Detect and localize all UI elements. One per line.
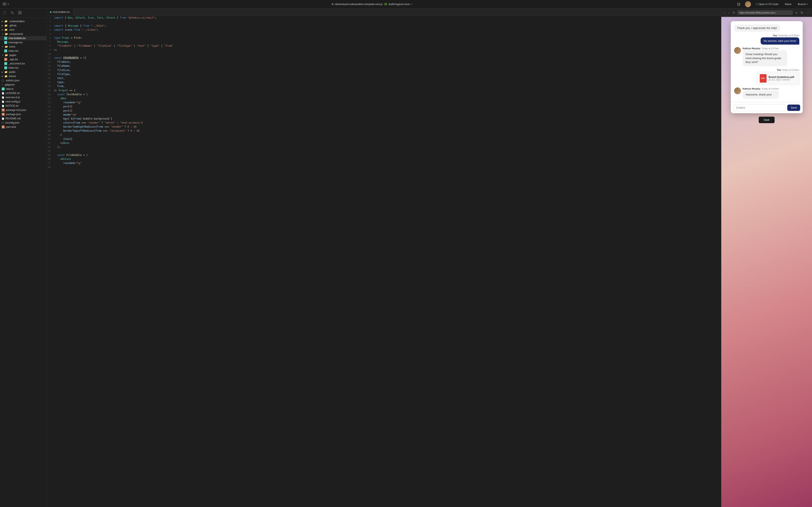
message-2: You Yesterday at 8:59am No worries, take… <box>734 34 799 45</box>
file-icon: { } <box>2 121 4 124</box>
folder-arrow: ▶ <box>2 75 3 77</box>
window-menu-icon[interactable] <box>3 3 6 6</box>
code-line-25: 25 maxW="sm" <box>47 113 721 117</box>
tree-label: package-lock.json <box>6 109 26 112</box>
tree-label: .codesandbox <box>9 20 25 23</box>
tree-item-readme[interactable]: 📄 README.md <box>0 116 46 121</box>
file-icon: U <box>4 66 7 69</box>
tree-item-eslintrc[interactable]: { } .eslintrc.json <box>0 78 46 82</box>
tree-item-github[interactable]: ▶ 📁 .github <box>0 23 46 28</box>
code-line-30: 30 > <box>47 133 721 137</box>
code-line-24: 24 py={2} <box>47 109 721 113</box>
code-content[interactable]: 1 import { Box, HStack, Icon, Text, VSta… <box>47 16 721 507</box>
code-line-18: 18 from, <box>47 84 721 88</box>
tree-item-icons-index[interactable]: U index.tsx <box>0 49 46 53</box>
tree-item-components[interactable]: ▼ 📂 components <box>0 32 46 36</box>
tree-item-package[interactable]: M package.json <box>0 112 46 116</box>
tree-item-message[interactable]: U message.tsx <box>0 40 46 45</box>
main-area: ▶ 📁 .codesandbox ▶ 📁 .github ▶ 📁 .next ▼… <box>0 8 812 507</box>
branch-chevron[interactable]: ▾ <box>411 3 413 5</box>
tree-item-pages-index[interactable]: U index.tsx <box>0 66 46 70</box>
send-button[interactable]: Send <box>787 105 800 111</box>
tree-label: components <box>9 33 23 36</box>
code-line-29: 29 borderTopLeftRadius={from === "recipi… <box>47 129 721 133</box>
code-line-19: 19 }: Props) => { <box>47 89 721 93</box>
folder-icon: 📁 <box>4 20 8 23</box>
preview-icon-btn[interactable]: ⊡ <box>735 1 742 7</box>
back-button[interactable]: ‹ <box>723 10 726 15</box>
tree-item-notice[interactable]: 📄 NOTICE.txt <box>0 104 46 108</box>
dark-mode-button[interactable]: Dark <box>759 117 774 123</box>
tree-item-license[interactable]: 📄 LICENSE.txt <box>0 91 46 95</box>
folder-arrow: ▶ <box>2 24 3 26</box>
code-line-16: 16 text, <box>47 76 721 80</box>
url-bar[interactable] <box>738 11 793 15</box>
tree-item-package-lock[interactable]: M package-lock.json <box>0 108 46 112</box>
open-vscode-button[interactable]: ⬡ Open in VS Code <box>754 2 780 7</box>
tree-label: .next <box>9 28 14 31</box>
tree-label: tsconfig.json <box>5 121 19 124</box>
sender-info-3: Kathryn Murphy Today at 9:37am <box>743 47 787 50</box>
tree-label: public <box>9 70 15 73</box>
message-bubble-3: Great meeting! Would you mind sharing th… <box>743 50 787 66</box>
more-options-button[interactable]: ⋯ <box>805 10 810 15</box>
open-new-tab-button[interactable]: ⇥ <box>794 10 799 15</box>
tree-item-theme[interactable]: ▶ 📁 theme <box>0 74 46 78</box>
tree-item-app[interactable]: M _app.tsx <box>0 57 46 61</box>
file-bubble: PDF Brand Guidelines.pdf 22 Jun, 2022 • … <box>757 72 799 85</box>
svg-point-0 <box>11 12 13 13</box>
sender-info-5: Kathryn Murphy Today at 9:45am <box>743 88 779 90</box>
editor-area: chat-bubble.tsx 1 import { Box, HStack, … <box>47 8 721 507</box>
chat-input[interactable] <box>733 104 786 111</box>
code-line-21: 21 <Box <box>47 97 721 101</box>
message-bubble-5: Awesome, thank you! <box>743 91 779 99</box>
chat-messages: Thank you, I appreciate the help! You Ye… <box>731 21 803 102</box>
chat-widget: Thank you, I appreciate the help! You Ye… <box>731 21 803 113</box>
tree-item-document[interactable]: U _document.tsx <box>0 61 46 66</box>
files-icon-btn[interactable] <box>3 11 7 16</box>
tree-label: message.tsx <box>8 41 22 44</box>
editor-tab-chat-bubble[interactable]: chat-bubble.tsx <box>47 8 73 16</box>
copy-url-button[interactable]: ⧉ <box>800 10 804 15</box>
branch-name: draft/magical-moon <box>389 3 410 6</box>
tree-label: .eslintrc.json <box>5 79 19 82</box>
tree-label: next.config.js <box>5 100 20 103</box>
tree-item-icons[interactable]: ▼ 📂 icons <box>0 45 46 49</box>
top-bar: ▾ nikolovlazar/codesandbox-template-next… <box>0 0 812 8</box>
file-icon: U <box>4 49 7 52</box>
tree-item-chat-bubble[interactable]: U chat-bubble.tsx <box>0 36 46 40</box>
code-line-12: 12 fileDate, <box>47 60 721 64</box>
tree-item-tsconfig[interactable]: { } tsconfig.json <box>0 121 46 125</box>
vscode-icon: ⬡ <box>756 3 758 6</box>
share-button[interactable]: Share <box>783 2 793 7</box>
extensions-icon-btn[interactable] <box>18 11 22 16</box>
code-line-17: 17 type, <box>47 80 721 84</box>
tree-label: package.json <box>6 113 21 116</box>
refresh-button[interactable]: ↻ <box>732 10 736 15</box>
file-icon: M <box>2 125 5 128</box>
file-icon: U <box>2 88 5 91</box>
tree-label: README.md <box>5 117 20 120</box>
file-icon: ≡ <box>2 83 3 86</box>
tree-item-public[interactable]: ▶ 📁 public <box>0 70 46 74</box>
tree-item-data[interactable]: U data.ts <box>0 87 46 91</box>
avatar[interactable] <box>745 1 751 7</box>
pdf-icon: PDF <box>760 74 767 82</box>
file-tab: nikolovlazar/codesandbox-template-next.j… <box>332 3 413 6</box>
tree-item-codesandbox[interactable]: ▶ 📁 .codesandbox <box>0 19 46 23</box>
tree-item-next-config[interactable]: 📄 next.config.js <box>0 100 46 104</box>
tree-item-gitignore[interactable]: ≡ .gitignore <box>0 82 46 87</box>
code-line-5: 5 <box>47 32 721 36</box>
tree-item-next-env[interactable]: 📄 next-env.d.ts <box>0 95 46 100</box>
search-icon-btn[interactable] <box>10 11 14 16</box>
code-line-2: 2 <box>47 20 721 24</box>
branch-button[interactable]: Branch ▾ <box>796 2 809 7</box>
tree-item-yarn-lock[interactable]: M yarn.lock <box>0 125 46 129</box>
tree-item-pages[interactable]: ▼ 📂 pages <box>0 53 46 57</box>
forward-button[interactable]: › <box>727 10 730 15</box>
tree-item-next[interactable]: ▶ 📁 .next <box>0 28 46 32</box>
file-icon: { } <box>2 79 4 82</box>
code-line-11: 11 const ChatBubble = ({ <box>47 56 721 60</box>
code-line-35: 35 const FileBubble = ( <box>47 153 721 157</box>
code-line-15: 15 fileType, <box>47 72 721 76</box>
